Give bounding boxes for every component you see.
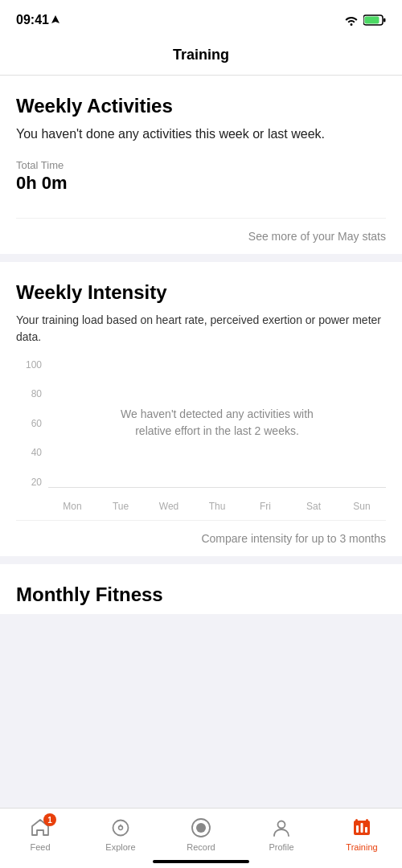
feed-label: Feed: [30, 842, 50, 852]
x-label-sat: Sat: [289, 501, 338, 512]
explore-icon: [109, 817, 132, 839]
x-label-tue: Tue: [96, 501, 145, 512]
weekly-activities-title: Weekly Activities: [16, 95, 386, 117]
tab-record[interactable]: Record: [161, 817, 241, 852]
y-label-40: 40: [16, 447, 48, 458]
weekly-intensity-desc: Your training load based on heart rate, …: [16, 312, 386, 345]
weekly-activities-card: Weekly Activities You haven't done any a…: [0, 76, 402, 254]
svg-point-7: [196, 823, 206, 833]
home-icon: 1: [29, 817, 51, 839]
status-icons: [344, 14, 386, 26]
svg-rect-1: [365, 17, 379, 24]
tab-explore[interactable]: Explore: [80, 817, 161, 852]
chart-x-axis: Mon Tue Wed Thu Fri Sat Sun: [48, 501, 386, 512]
tab-bar: 1 Feed Explore Record: [0, 808, 402, 868]
wifi-icon: [344, 14, 359, 26]
svg-point-8: [278, 821, 285, 829]
svg-rect-11: [361, 823, 363, 833]
svg-point-5: [119, 826, 123, 830]
monthly-fitness-title: Monthly Fitness: [16, 583, 386, 606]
tab-profile[interactable]: Profile: [241, 817, 322, 852]
x-label-fri: Fri: [241, 501, 289, 512]
chart-plot-area: We haven't detected any activities with …: [48, 359, 386, 488]
total-time-value: 0h 0m: [16, 173, 386, 194]
svg-rect-14: [366, 819, 368, 822]
page-header: Training: [0, 35, 402, 76]
svg-rect-12: [365, 827, 367, 833]
status-bar: 09:41: [0, 0, 402, 35]
tab-training[interactable]: Training: [322, 817, 402, 852]
home-indicator: [153, 860, 249, 863]
y-label-60: 60: [16, 418, 48, 429]
y-label-80: 80: [16, 388, 48, 399]
location-arrow-icon: [51, 15, 59, 25]
record-label: Record: [187, 842, 215, 852]
x-label-wed: Wed: [145, 501, 193, 512]
training-label: Training: [346, 842, 377, 852]
monthly-fitness-card: Monthly Fitness: [0, 564, 402, 614]
x-label-thu: Thu: [193, 501, 241, 512]
svg-rect-13: [355, 819, 358, 822]
y-label-20: 20: [16, 477, 48, 488]
intensity-chart: 100 80 60 40 20 We haven't detected any …: [16, 359, 386, 520]
compare-intensity-link[interactable]: Compare intensity for up to 3 months: [16, 520, 386, 556]
page-title: Training: [173, 47, 229, 63]
profile-label: Profile: [269, 842, 293, 852]
feed-badge: 1: [43, 813, 56, 826]
battery-icon: [363, 14, 386, 26]
tab-feed[interactable]: 1 Feed: [0, 817, 80, 852]
profile-icon: [270, 817, 293, 839]
explore-label: Explore: [105, 842, 135, 852]
chart-empty-message: We haven't detected any activities with …: [121, 406, 314, 440]
svg-point-3: [113, 821, 129, 836]
see-more-link[interactable]: See more of your May stats: [16, 218, 386, 254]
y-label-100: 100: [16, 359, 48, 371]
svg-rect-10: [356, 825, 359, 833]
chart-y-axis: 100 80 60 40 20: [16, 359, 48, 488]
weekly-intensity-title: Weekly Intensity: [16, 281, 386, 304]
weekly-activities-empty-msg: You haven't done any activities this wee…: [16, 125, 386, 143]
x-label-sun: Sun: [338, 501, 386, 512]
total-time-label: Total Time: [16, 159, 386, 171]
training-icon: [351, 817, 373, 839]
x-label-mon: Mon: [48, 501, 96, 512]
status-time: 09:41: [16, 13, 59, 27]
record-icon: [190, 817, 212, 839]
svg-rect-2: [384, 18, 386, 23]
weekly-intensity-card: Weekly Intensity Your training load base…: [0, 262, 402, 556]
time-text: 09:41: [16, 13, 49, 27]
